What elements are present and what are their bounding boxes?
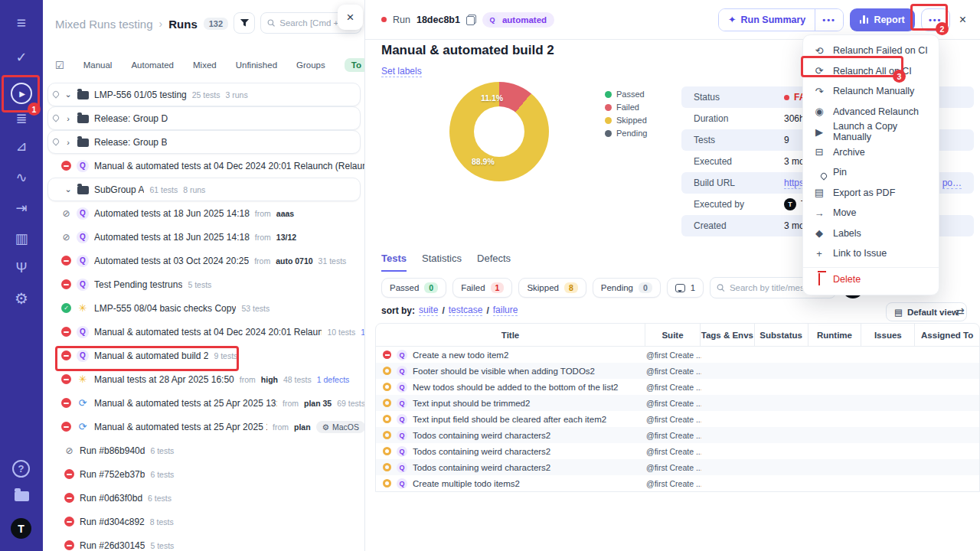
menu-item-relaunch-failed-on-ci[interactable]: ⟲Relaunch Failed on CI xyxy=(803,41,939,61)
run-list-item[interactable]: Run #d304c8928 tests xyxy=(43,510,365,533)
run-list-item[interactable]: Run #0d63f0bd6 tests xyxy=(43,486,365,510)
tab-manual[interactable]: Manual xyxy=(83,60,113,70)
menu-item-pin[interactable]: Pin xyxy=(803,162,939,183)
run-list-item[interactable]: ✓✳LMP-555 08/04 basic checks Copy53 test… xyxy=(43,296,365,320)
table-row[interactable]: QCreate a new todo item2@first Create ..… xyxy=(376,347,979,363)
column-header-suite[interactable]: Suite xyxy=(645,324,701,346)
report-button[interactable]: Report xyxy=(850,8,915,31)
tab-mixed[interactable]: Mixed xyxy=(193,60,217,70)
menu-item-delete[interactable]: Delete xyxy=(803,269,939,290)
column-header-runtime[interactable]: Runtime xyxy=(808,324,862,346)
milestones-icon[interactable]: ⊿ xyxy=(0,138,43,155)
table-row[interactable]: QText input field should be cleared afte… xyxy=(376,411,979,427)
status-failed-icon xyxy=(61,161,71,171)
sort-suite-link[interactable]: suite xyxy=(419,305,438,316)
table-row[interactable]: QTodos containing weird characters2@firs… xyxy=(376,443,979,459)
close-panel-button[interactable]: × xyxy=(338,5,363,30)
sort-failure-link[interactable]: failure xyxy=(493,305,518,316)
filter-chip-failed[interactable]: Failed1 xyxy=(452,278,512,298)
tests-icon[interactable]: ✓ xyxy=(0,49,43,66)
menu-item-move[interactable]: →Move xyxy=(803,203,939,223)
run-list-item[interactable]: QManual & automated tests at 04 Dec 2024… xyxy=(43,154,365,178)
filter-chip-pending[interactable]: Pending0 xyxy=(593,278,661,298)
filter-button[interactable] xyxy=(234,12,255,34)
run-list-item[interactable]: ⊘QAutomated tests at 18 Jun 2025 14:18fr… xyxy=(43,225,365,249)
run-list-item[interactable]: ⟳Manual & automated tests at 25 Apr 2025… xyxy=(43,415,365,439)
run-list-item[interactable]: ✳Manual tests at 28 Apr 2025 16:50fromhi… xyxy=(43,367,365,391)
table-row[interactable]: QCreate multiple todo items2@first Creat… xyxy=(376,475,979,491)
user-avatar[interactable]: T xyxy=(11,518,31,539)
run-list-item[interactable]: ⊘QAutomated tests at 18 Jun 2025 14:18fr… xyxy=(43,201,365,225)
run-list-item[interactable]: Run #26d301455 tests xyxy=(43,533,365,551)
chevron-right-icon[interactable]: › xyxy=(64,138,72,147)
run-list-item[interactable]: QAutomated tests at 03 Oct 2024 20:25fro… xyxy=(43,249,365,272)
folder-row[interactable]: ›Release: Group D xyxy=(47,106,361,130)
annotation-badge-3: 3 xyxy=(893,70,906,83)
close-detail-icon[interactable]: × xyxy=(956,13,969,27)
tab-statistics[interactable]: Statistics xyxy=(422,253,462,272)
sort-testcase-link[interactable]: testcase xyxy=(449,305,483,316)
menu-item-advanced-relaunch[interactable]: ◉Advanced Relaunch xyxy=(803,102,939,122)
run-list-item[interactable]: ⊘Run #b86b940d6 tests xyxy=(43,439,365,462)
table-row[interactable]: QTodos containing weird characters2@firs… xyxy=(376,427,979,443)
tab-groups[interactable]: Groups xyxy=(296,60,325,70)
table-row[interactable]: QFooter should be visible when adding TO… xyxy=(376,363,979,379)
menu-item-relaunch-manually[interactable]: ↷Relaunch Manually xyxy=(803,81,939,102)
projects-folder-icon[interactable] xyxy=(15,491,29,501)
copy-icon[interactable] xyxy=(466,15,476,25)
filter-chip-skipped[interactable]: Skipped8 xyxy=(518,278,586,298)
column-header-substatus[interactable]: Substatus xyxy=(755,324,808,346)
run-list-item[interactable]: ⟳Manual & automated tests at 25 Apr 2025… xyxy=(43,391,365,415)
run-list-item[interactable]: QManual & automated build 29 tests xyxy=(43,344,365,367)
column-header-assigned-to[interactable]: Assigned To xyxy=(915,324,979,346)
build-url-link-tail[interactable]: po… xyxy=(942,178,962,189)
chip-count: 0 xyxy=(639,282,652,293)
menu-item-link-to-issue[interactable]: +Link to Issue xyxy=(803,243,939,264)
gear-icon[interactable]: ⚙ xyxy=(0,289,43,308)
menu-item-export-as-pdf[interactable]: ▤Export as PDF xyxy=(803,183,939,204)
menu-icon[interactable]: ≡ xyxy=(0,14,43,32)
folder-row[interactable]: ⌄SubGroup A61 tests8 runs xyxy=(47,178,361,201)
tab-tests[interactable]: Tests xyxy=(381,253,407,272)
column-header-title[interactable]: Title xyxy=(376,324,645,346)
tab-today[interactable]: To xyxy=(345,58,365,72)
run-type-badge[interactable]: Q automated xyxy=(482,12,554,28)
filter-chip-passed[interactable]: Passed0 xyxy=(381,278,446,298)
defects-link[interactable]: 1 defects xyxy=(317,375,350,384)
app-sidebar: ≡ ✓ ▶ ≣ ⊿ ∿ ⇥ ▥ Ψ ⚙ ? T xyxy=(0,0,43,551)
breadcrumb-project[interactable]: Mixed Runs testing xyxy=(55,18,153,31)
table-row[interactable]: QText input should be trimmed2@first Cre… xyxy=(376,395,979,411)
menu-item-labels[interactable]: ◆Labels xyxy=(803,223,939,244)
menu-item-launch-a-copy-manually[interactable]: ▶Launch a Copy Manually xyxy=(803,122,939,142)
set-labels-link[interactable]: Set labels xyxy=(381,66,422,77)
select-all-icon[interactable]: ☑ xyxy=(55,60,64,71)
table-row[interactable]: QNew todos should be added to the bottom… xyxy=(376,379,979,395)
branch-icon[interactable]: Ψ xyxy=(0,260,43,276)
import-icon[interactable]: ⇥ xyxy=(0,200,43,217)
menu-item-relaunch-all-on-ci[interactable]: ⟳Relaunch All on CI xyxy=(803,61,939,82)
tab-defects[interactable]: Defects xyxy=(477,253,511,272)
column-header-tags-envs[interactable]: Tags & Envs xyxy=(701,324,755,346)
tab-automated[interactable]: Automated xyxy=(131,60,174,70)
tab-unfinished[interactable]: Unfinished xyxy=(236,60,277,70)
run-list-item[interactable]: QManual & automated tests at 04 Dec 2024… xyxy=(43,320,365,344)
field-label: Status xyxy=(694,92,784,103)
table-row[interactable]: QTodos containing weird characters2@firs… xyxy=(376,459,979,475)
folder-row[interactable]: ›Release: Group B xyxy=(47,130,361,154)
chevron-down-icon[interactable]: ⌄ xyxy=(64,90,72,99)
chevron-down-icon[interactable]: ⌄ xyxy=(64,184,72,194)
chevron-right-icon[interactable]: › xyxy=(64,114,72,123)
runs-play-icon[interactable]: ▶ xyxy=(11,83,32,104)
analytics-icon[interactable]: ▥ xyxy=(0,230,43,247)
column-header-issues[interactable]: Issues xyxy=(861,324,915,346)
pulse-icon[interactable]: ∿ xyxy=(0,169,43,186)
column-settings-icon[interactable]: ⇄ xyxy=(956,305,965,318)
help-icon[interactable]: ? xyxy=(12,460,30,478)
run-list-item[interactable]: QTest Pending testruns5 tests xyxy=(43,272,365,296)
run-list-item[interactable]: Run #752eb37b6 tests xyxy=(43,462,365,486)
menu-item-archive[interactable]: ⊟Archive xyxy=(803,142,939,163)
run-summary-more-button[interactable]: ••• xyxy=(815,9,843,31)
run-summary-button[interactable]: ✦ Run Summary xyxy=(719,9,815,31)
folder-row[interactable]: ⌄LMP-556 01/05 testing25 tests3 runs xyxy=(47,83,361,106)
comments-chip[interactable]: 1 xyxy=(667,278,704,298)
